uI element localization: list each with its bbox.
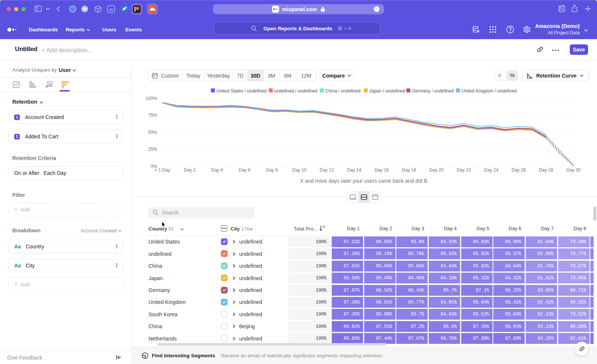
svg-text:25%: 25% (148, 147, 157, 152)
svg-text:100%: 100% (146, 96, 157, 101)
svg-text:Day 2: Day 2 (184, 167, 196, 173)
svg-text:Day 6: Day 6 (239, 167, 251, 173)
svg-text:< 1 Day: < 1 Day (154, 167, 170, 173)
svg-text:75%: 75% (148, 113, 157, 118)
svg-text:Day 4: Day 4 (211, 167, 223, 173)
svg-text:Day 12: Day 12 (320, 167, 334, 173)
svg-text:JS: JS (109, 8, 113, 12)
svg-text:Day 22: Day 22 (457, 167, 471, 173)
svg-text:N: N (561, 8, 564, 12)
svg-text:Day 28: Day 28 (539, 167, 553, 173)
svg-text:Day 26: Day 26 (512, 167, 526, 173)
svg-text:50%: 50% (148, 130, 157, 135)
svg-text:Day 10: Day 10 (292, 167, 306, 173)
svg-text:Day 16: Day 16 (375, 167, 389, 173)
svg-text:Day 8: Day 8 (266, 167, 278, 173)
svg-text:Day 14: Day 14 (347, 167, 361, 173)
svg-text:Day 18: Day 18 (402, 167, 416, 173)
svg-text:Day 20: Day 20 (429, 167, 444, 173)
svg-text:Day 30: Day 30 (566, 167, 581, 173)
svg-text:Day 24: Day 24 (484, 167, 498, 173)
